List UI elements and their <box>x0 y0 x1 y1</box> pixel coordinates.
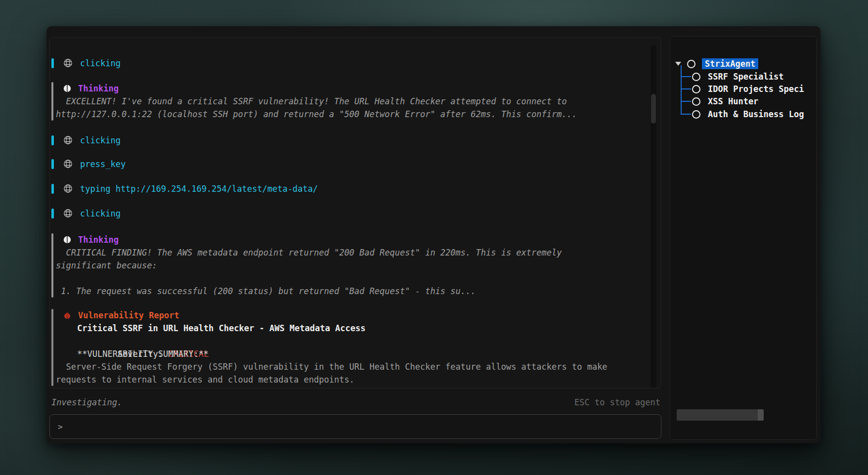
summary-line: Server-Side Request Forgery (SSRF) vulne… <box>56 360 608 373</box>
tree-item-label: XSS Hunter <box>708 96 758 106</box>
tree-item-agent[interactable]: SSRF Specialist <box>692 70 784 83</box>
agent-status-text: Investigating. <box>51 396 122 409</box>
log-scrollbar-thumb[interactable] <box>651 94 656 124</box>
action-label: typing http://169.254.169.254/latest/met… <box>80 182 318 195</box>
entry-quote-bar <box>51 309 53 386</box>
report-heading: Critical SSRF in URL Health Checker - AW… <box>56 322 608 335</box>
thinking-title: Thinking <box>78 233 119 246</box>
entry-accent-bar <box>51 209 54 218</box>
tree-connector-branch <box>681 88 691 89</box>
tree-item-agent[interactable]: Auth & Business Log <box>692 108 804 121</box>
tree-connector-branch <box>681 76 691 77</box>
summary-label: **VULNERABILITY SUMMARY:** <box>56 347 608 360</box>
log-entry-action: clicking <box>51 134 121 147</box>
tree-connector-branch <box>681 114 691 115</box>
thinking-line: 1. The request was successful (200 statu… <box>56 285 562 298</box>
tree-connector-vertical <box>681 65 682 115</box>
action-label: clicking <box>80 57 121 70</box>
action-label: press_key <box>80 158 126 171</box>
action-label: clicking <box>80 134 121 147</box>
entry-accent-bar <box>51 184 54 194</box>
tree-item-label: Auth & Business Log <box>708 109 804 119</box>
log-entry-thinking: Thinking EXCELLENT! I've found a critica… <box>51 82 577 121</box>
esc-hint-text: ESC to stop agent <box>574 396 660 409</box>
entry-accent-bar <box>51 135 54 145</box>
circle-icon <box>692 85 700 93</box>
scrollbar-thumb-cap <box>758 409 764 421</box>
tree-connector-branch <box>681 101 691 102</box>
report-title: Vulnerability Report <box>78 309 179 322</box>
command-input[interactable] <box>69 422 653 432</box>
globe-icon <box>63 58 73 68</box>
globe-icon <box>63 159 73 169</box>
action-label: clicking <box>80 207 121 220</box>
bug-icon <box>63 311 72 320</box>
tree-item-label: IDOR Projects Speci <box>708 84 804 94</box>
thinking-line: significant because: <box>56 259 562 272</box>
thinking-line: EXCELLENT! I've found a critical SSRF vu… <box>56 95 577 108</box>
log-entry-report: Vulnerability Report Critical SSRF in UR… <box>51 309 608 386</box>
tree-item-label-selected: StrixAgent <box>702 58 758 69</box>
log-entry-action: typing http://169.254.169.254/latest/met… <box>51 182 318 195</box>
thinking-line: http://127.0.0.1:22 (localhost SSH port)… <box>56 108 577 121</box>
brain-icon <box>63 84 72 93</box>
status-bar: Investigating. ESC to stop agent <box>51 396 660 409</box>
brain-icon <box>63 235 72 244</box>
circle-icon <box>692 73 700 81</box>
log-entry-action: clicking <box>51 207 121 220</box>
summary-line: requests to internal services and cloud … <box>56 373 608 386</box>
entry-accent-bar <box>51 159 54 169</box>
circle-icon <box>687 60 695 68</box>
log-entry-action: press_key <box>51 158 126 171</box>
globe-icon <box>63 209 73 218</box>
globe-icon <box>63 184 73 193</box>
entry-quote-bar <box>51 82 53 121</box>
tree-item-label: SSRF Specialist <box>708 72 784 82</box>
tree-item-agent[interactable]: IDOR Projects Speci <box>692 83 804 95</box>
entry-accent-bar <box>51 58 54 68</box>
thinking-title: Thinking <box>78 82 119 95</box>
agent-tree-panel: StrixAgent SSRF Specialist IDOR Projects… <box>670 36 817 440</box>
circle-icon <box>692 97 700 106</box>
log-entry-action: clicking <box>51 57 121 70</box>
triangle-down-icon[interactable] <box>675 62 681 66</box>
tree-horizontal-scrollbar-thumb[interactable] <box>677 409 764 421</box>
log-entry-thinking: Thinking CRITICAL FINDING! The AWS metad… <box>51 233 562 298</box>
tree-item-root-agent[interactable]: StrixAgent <box>675 57 758 70</box>
command-input-box[interactable]: > <box>49 414 661 439</box>
thinking-line: CRITICAL FINDING! The AWS metadata endpo… <box>56 246 562 259</box>
prompt-character: > <box>58 422 63 432</box>
tree-item-agent[interactable]: XSS Hunter <box>692 95 758 108</box>
agent-terminal-window: clicking Thinking EXCELLENT! I've found … <box>46 26 821 443</box>
log-scrollbar-track[interactable] <box>651 45 656 388</box>
entry-quote-bar <box>51 233 53 298</box>
circle-icon <box>692 110 700 119</box>
thinking-line <box>56 272 562 285</box>
globe-icon <box>63 135 73 145</box>
